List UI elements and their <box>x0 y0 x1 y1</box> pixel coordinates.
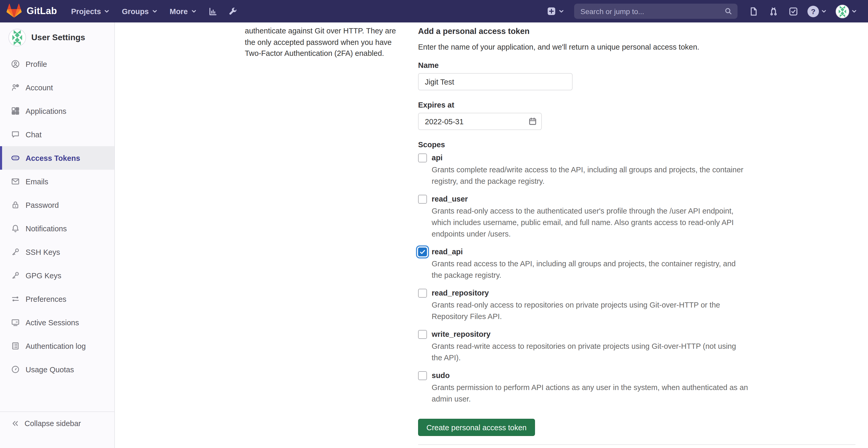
collapse-sidebar-button[interactable]: Collapse sidebar <box>0 412 114 443</box>
scope-checkbox-read-repository[interactable] <box>418 289 427 298</box>
sidebar-nav: Profile Account Applications Chat Access… <box>0 52 114 381</box>
gitlab-home-link[interactable]: GitLab <box>6 4 57 19</box>
key-icon <box>11 271 20 280</box>
grid-icon <box>11 107 20 115</box>
scope-description: Grants complete read/write access to the… <box>432 164 856 187</box>
chevron-down-icon <box>851 8 858 14</box>
double-chevron-left-icon <box>11 419 19 428</box>
scope-item-write-repository: write_repository Grants read-write acces… <box>418 329 856 363</box>
todos-icon[interactable] <box>783 0 803 23</box>
scope-checkbox-api[interactable] <box>418 153 427 162</box>
nav-menu-more[interactable]: More <box>164 0 203 23</box>
chevron-down-icon <box>190 8 197 14</box>
plus-square-icon <box>547 7 556 16</box>
scope-name[interactable]: write_repository <box>432 329 491 340</box>
expires-date-input[interactable] <box>418 113 542 130</box>
sidebar-item-notifications[interactable]: Notifications <box>0 217 114 240</box>
avatar <box>8 29 26 47</box>
scope-name[interactable]: read_user <box>432 194 468 205</box>
new-menu-button[interactable] <box>544 7 568 16</box>
scope-checkbox-read-api[interactable] <box>418 247 427 257</box>
scope-item-read-api: read_api Grants read access to the API, … <box>418 246 856 281</box>
sidebar-item-access-tokens[interactable]: Access Tokens <box>0 146 114 170</box>
scope-item-read-repository: read_repository Grants read-only access … <box>418 288 856 322</box>
sliders-icon <box>11 295 20 303</box>
search-input[interactable] <box>579 6 724 16</box>
lock-icon <box>11 201 20 209</box>
expires-field-group: Expires at <box>418 100 856 130</box>
scope-name[interactable]: api <box>432 152 443 163</box>
nav-menu-groups[interactable]: Groups <box>116 0 164 23</box>
gauge-icon <box>11 365 20 374</box>
scope-name[interactable]: read_repository <box>432 288 489 299</box>
sidebar-item-authentication-log[interactable]: Authentication log <box>0 334 114 358</box>
sidebar-item-applications[interactable]: Applications <box>0 99 114 123</box>
navbar-left: GitLab Projects Groups More <box>6 0 243 23</box>
help-question-icon: ? <box>807 5 819 17</box>
user-circle-icon <box>11 60 20 68</box>
analytics-chart-icon[interactable] <box>203 0 223 23</box>
expires-label: Expires at <box>418 100 856 111</box>
name-label: Name <box>418 60 856 71</box>
scope-description: Grants read-only access to repositories … <box>432 299 856 322</box>
bell-icon <box>11 224 20 233</box>
name-field-group: Name <box>418 60 856 90</box>
key-icon <box>11 247 20 257</box>
scope-name[interactable]: read_api <box>432 246 463 258</box>
form-intro: Enter the name of your application, and … <box>418 42 856 53</box>
avatar <box>836 4 849 18</box>
scope-checkbox-write-repository[interactable] <box>418 330 427 339</box>
scope-checkbox-sudo[interactable] <box>418 371 427 380</box>
sidebar-item-emails[interactable]: Emails <box>0 170 114 193</box>
sidebar-item-profile[interactable]: Profile <box>0 52 114 76</box>
sidebar-item-usage-quotas[interactable]: Usage Quotas <box>0 358 114 381</box>
token-form-column: Add a personal access token Enter the na… <box>418 24 856 448</box>
scope-name[interactable]: sudo <box>432 370 450 381</box>
chevron-down-icon <box>820 8 827 14</box>
top-navbar: GitLab Projects Groups More <box>0 0 868 23</box>
description-text: authenticate against Git over HTTP. They… <box>245 26 418 59</box>
scope-item-sudo: sudo Grants permission to perform API ac… <box>418 370 856 405</box>
sidebar-item-active-sessions[interactable]: Active Sessions <box>0 311 114 334</box>
gitlab-logo-text: GitLab <box>27 6 57 17</box>
chevron-down-icon <box>558 8 565 14</box>
merge-requests-icon[interactable] <box>764 0 783 23</box>
scopes-label: Scopes <box>418 140 856 150</box>
gitlab-tanuki-logo-icon <box>6 4 22 19</box>
sidebar-item-account[interactable]: Account <box>0 76 114 99</box>
settings-sidebar: User Settings Profile Account Applicatio… <box>0 23 115 448</box>
section-divider <box>418 444 856 445</box>
scope-description: Grants permission to perform API actions… <box>432 382 856 405</box>
sidebar-item-ssh-keys[interactable]: SSH Keys <box>0 240 114 264</box>
create-token-button[interactable]: Create personal access token <box>418 419 535 436</box>
monitor-icon <box>11 318 20 327</box>
sidebar-header: User Settings <box>0 23 114 47</box>
user-menu-button[interactable] <box>832 4 862 18</box>
page: GitLab Projects Groups More <box>0 0 868 448</box>
sidebar-title: User Settings <box>31 33 85 42</box>
scope-description: Grants read access to the API, including… <box>432 258 856 281</box>
chevron-down-icon <box>151 8 158 14</box>
speech-bubble-icon <box>11 130 20 139</box>
scope-item-api: api Grants complete read/write access to… <box>418 152 856 187</box>
admin-wrench-icon[interactable] <box>223 0 243 23</box>
token-pill-icon <box>11 153 20 162</box>
sidebar-item-chat[interactable]: Chat <box>0 123 114 146</box>
token-name-input[interactable] <box>418 73 572 90</box>
search-icon <box>724 7 732 15</box>
help-menu-button[interactable]: ? <box>803 5 832 17</box>
envelope-icon <box>11 177 20 186</box>
section-description: authenticate against Git over HTTP. They… <box>245 24 418 448</box>
scope-description: Grants read-write access to repositories… <box>432 340 856 363</box>
sidebar-item-preferences[interactable]: Preferences <box>0 287 114 311</box>
scope-description: Grants read-only access to the authentic… <box>432 205 856 240</box>
sidebar-item-gpg-keys[interactable]: GPG Keys <box>0 264 114 287</box>
sidebar-item-password[interactable]: Password <box>0 193 114 217</box>
global-search[interactable] <box>574 4 738 19</box>
nav-menu-projects[interactable]: Projects <box>65 0 116 23</box>
scope-checkbox-read-user[interactable] <box>418 195 427 204</box>
issues-icon[interactable] <box>744 0 764 23</box>
navbar-right: ? <box>544 0 862 23</box>
form-heading: Add a personal access token <box>418 26 856 36</box>
user-gear-icon <box>11 83 20 92</box>
